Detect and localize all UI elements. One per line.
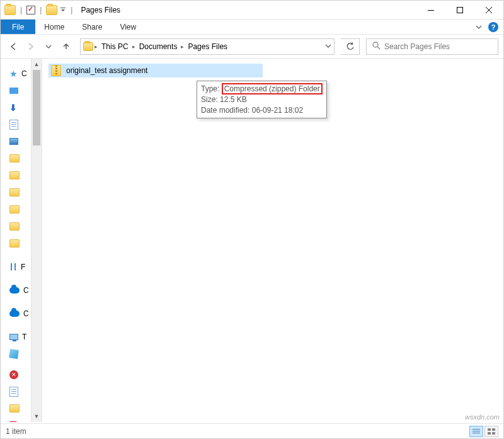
error-icon: ✕ [9,370,18,379]
file-item-selected[interactable]: original_test assignment [49,64,263,77]
recent-locations-icon[interactable] [41,39,56,54]
tooltip-type-highlight: Compressed (zipped) Folder [222,83,323,94]
quick-access-toolbar: | | | Pages Files [1,5,120,15]
search-icon [372,41,381,52]
file-tooltip: Type: Compressed (zipped) Folder Size: 1… [197,81,327,118]
svg-rect-1 [428,10,434,11]
qat-properties-icon[interactable] [26,6,35,14]
svg-rect-5 [472,431,480,431]
chevron-right-icon[interactable]: ▸ [180,43,185,50]
up-button[interactable] [59,39,74,54]
navigation-bar: ▸ This PC ▸ Documents ▸ Pages Files Sear… [1,35,503,59]
sidebar-item[interactable] [1,167,31,184]
download-icon: ⬇ [9,103,17,113]
mcafee-icon [9,421,17,423]
ribbon-tabs: File Home Share View ? [1,20,503,35]
svg-rect-7 [488,428,491,431]
cloud-icon [9,287,20,294]
zip-folder-icon [51,65,61,76]
chevron-right-icon[interactable]: ▸ [93,43,99,50]
document-icon [9,387,18,397]
breadcrumb-thispc[interactable]: This PC [99,42,131,51]
title-bar: | | | Pages Files [1,1,503,20]
view-largeicons-button[interactable] [484,426,498,437]
star-icon: ★ [9,69,18,79]
search-box[interactable]: Search Pages Files [366,38,498,55]
svg-rect-8 [492,428,495,431]
search-placeholder: Search Pages Files [384,42,450,51]
sidebar-item[interactable] [1,400,31,417]
app-icon: ┇┇ [9,263,17,270]
file-name: original_test assignment [66,66,147,75]
minimize-button[interactable] [416,1,445,20]
view-details-button[interactable] [469,426,483,437]
tab-file[interactable]: File [1,20,35,34]
file-list-pane[interactable]: original_test assignment Type: Compresse… [31,59,503,422]
sidebar-item[interactable] [1,218,31,235]
separator: | [18,6,24,14]
chevron-right-icon[interactable]: ▸ [131,43,137,50]
pictures-icon [9,138,18,145]
close-button[interactable] [474,1,503,20]
navigation-pane[interactable]: ★C ⬇ ┇┇F C C T ✕ ▲ [1,59,31,422]
watermark: wsxdn.com [465,413,500,421]
sidebar-item-pictures[interactable] [1,133,31,150]
sidebar-item-thispc[interactable]: T [1,328,31,345]
3dobjects-icon [9,349,19,359]
address-folder-icon [83,42,93,51]
tab-share[interactable]: Share [73,20,111,34]
tab-view[interactable]: View [111,20,145,34]
app-icon [4,5,16,15]
status-item-count: 1 item [6,427,26,436]
sidebar-item[interactable] [1,383,31,400]
body: ★C ⬇ ┇┇F C C T ✕ ▲ [1,59,503,422]
qat-customize-icon[interactable] [60,7,66,13]
back-button[interactable] [6,39,21,54]
help-icon[interactable]: ? [488,22,498,32]
sidebar-item[interactable] [1,417,31,422]
qat-newfolder-icon[interactable] [46,5,57,15]
status-bar: 1 item [1,423,503,438]
tab-home[interactable]: Home [35,20,73,34]
sidebar-item[interactable] [1,150,31,167]
address-bar[interactable]: ▸ This PC ▸ Documents ▸ Pages Files [80,38,335,55]
cloud-icon [9,311,20,317]
sidebar-item[interactable] [1,184,31,201]
svg-rect-10 [492,432,495,435]
separator: | [69,6,74,14]
breadcrumb-current[interactable]: Pages Files [185,42,230,51]
maximize-button[interactable] [445,1,474,20]
sidebar-item-onedrive[interactable]: C [1,282,31,299]
sidebar-item[interactable]: ┇┇F [1,258,31,275]
sidebar-item[interactable] [1,201,31,218]
svg-rect-0 [60,8,66,8]
ribbon-expand-icon[interactable] [473,21,484,33]
sidebar-item-documents[interactable] [1,116,31,133]
folder-icon [9,171,20,180]
folder-icon [9,222,20,231]
svg-point-3 [373,42,378,47]
window-title: Pages Files [81,6,120,14]
folder-icon [9,404,20,413]
sidebar-item-quickaccess[interactable]: ★C [1,65,31,82]
sidebar-item-onedrive[interactable]: C [1,305,31,322]
address-dropdown-icon[interactable] [325,42,331,51]
separator: | [38,6,43,14]
folder-icon [9,154,20,162]
desktop-icon [9,88,18,94]
refresh-button[interactable] [341,38,360,55]
svg-rect-6 [472,433,480,433]
folder-icon [9,239,20,248]
forward-button[interactable] [23,39,38,54]
breadcrumb-documents[interactable]: Documents [137,42,180,51]
svg-rect-2 [457,7,463,13]
pc-icon [9,334,18,340]
sidebar-item[interactable]: ✕ [1,366,31,383]
sidebar-item[interactable] [1,345,31,362]
svg-rect-9 [488,432,491,435]
sidebar-item-desktop[interactable] [1,82,31,99]
folder-icon [9,205,20,214]
sidebar-item-downloads[interactable]: ⬇ [1,99,31,116]
sidebar-item[interactable] [1,235,31,252]
folder-icon [9,188,20,197]
